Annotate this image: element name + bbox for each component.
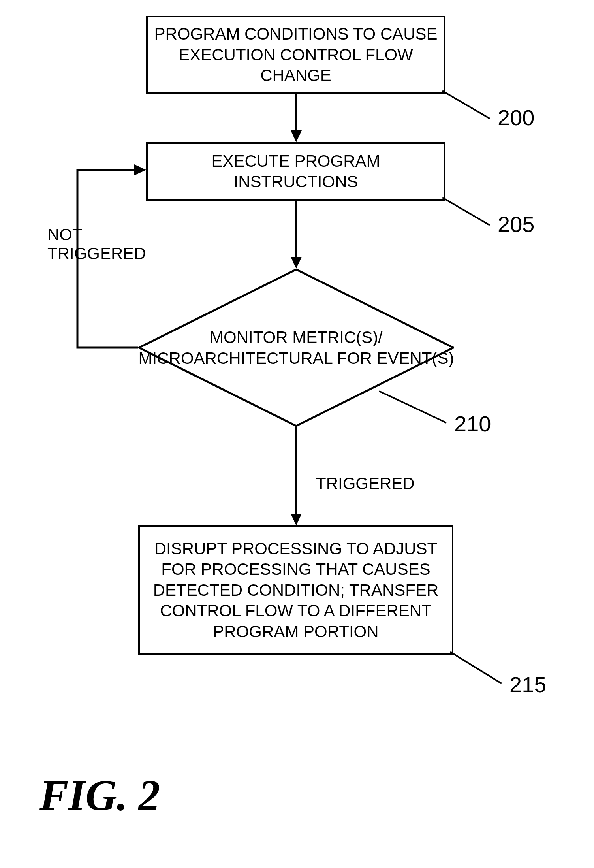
- step-program-conditions-text: PROGRAM CONDITIONS TO CAUSE EXECUTION CO…: [154, 24, 437, 86]
- callout-leader-205: [442, 198, 494, 229]
- step-execute-instructions: EXECUTE PROGRAM INSTRUCTIONS: [146, 142, 446, 201]
- arrow-200-to-205: [290, 92, 303, 142]
- decision-monitor-events-text: MONITOR METRIC(S)/ MICROARCHITECTURAL FO…: [138, 327, 454, 369]
- svg-marker-10: [291, 514, 302, 525]
- svg-marker-5: [291, 257, 302, 269]
- arrow-205-to-210: [290, 199, 303, 269]
- flowchart-figure: PROGRAM CONDITIONS TO CAUSE EXECUTION CO…: [0, 0, 594, 868]
- svg-line-0: [442, 91, 490, 119]
- svg-line-3: [442, 198, 490, 225]
- callout-200: 200: [498, 105, 534, 130]
- step-program-conditions: PROGRAM CONDITIONS TO CAUSE EXECUTION CO…: [146, 16, 446, 94]
- svg-line-7: [379, 391, 446, 423]
- callout-210: 210: [454, 411, 491, 437]
- label-triggered: TRIGGERED: [316, 474, 415, 493]
- step-execute-instructions-text: EXECUTE PROGRAM INSTRUCTIONS: [211, 151, 380, 192]
- callout-leader-200: [442, 91, 494, 122]
- svg-line-11: [450, 652, 502, 683]
- callout-leader-215: [450, 652, 506, 687]
- svg-marker-2: [291, 130, 302, 142]
- label-not-triggered: NOT TRIGGERED: [47, 225, 146, 263]
- arrow-210-to-215: [290, 427, 303, 525]
- callout-215: 215: [509, 672, 546, 697]
- step-disrupt-processing-text: DISRUPT PROCESSING TO ADJUST FOR PROCESS…: [153, 538, 439, 642]
- svg-marker-8: [134, 164, 146, 175]
- callout-205: 205: [498, 211, 534, 237]
- callout-leader-210: [379, 391, 450, 427]
- figure-caption: FIG. 2: [39, 770, 160, 821]
- step-disrupt-processing: DISRUPT PROCESSING TO ADJUST FOR PROCESS…: [138, 525, 453, 655]
